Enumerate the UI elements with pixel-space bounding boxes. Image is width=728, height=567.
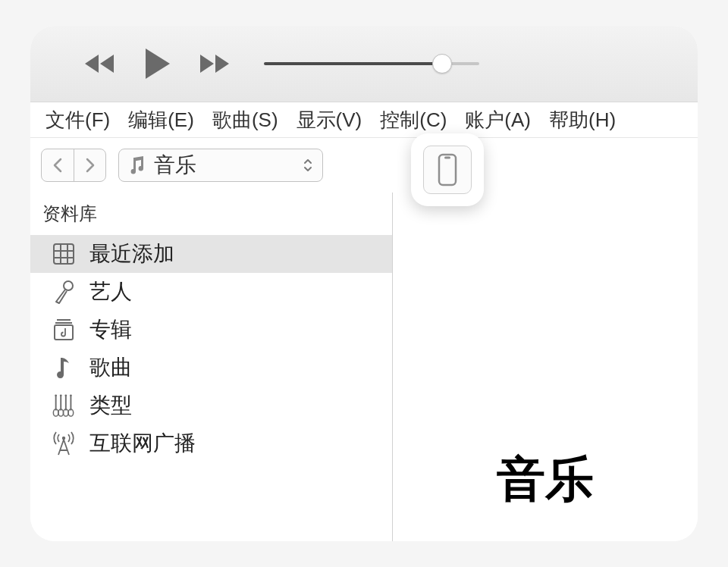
sidebar-item-label: 专辑 xyxy=(89,315,132,344)
svg-point-19 xyxy=(62,437,65,440)
play-button[interactable] xyxy=(143,47,173,80)
grid-icon xyxy=(52,242,76,266)
sidebar-item-songs[interactable]: 歌曲 xyxy=(30,349,392,387)
svg-rect-2 xyxy=(54,244,74,264)
sidebar-item-label: 艺人 xyxy=(89,277,132,306)
sidebar-item-genres[interactable]: 类型 xyxy=(30,387,392,424)
microphone-icon xyxy=(52,280,76,304)
volume-knob-icon[interactable] xyxy=(432,54,452,74)
device-button[interactable] xyxy=(423,146,472,194)
menu-song[interactable]: 歌曲(S) xyxy=(212,107,278,133)
nav-forward-button[interactable] xyxy=(74,149,105,181)
svg-point-17 xyxy=(64,394,67,396)
nav-back-button[interactable] xyxy=(42,149,74,181)
sidebar-item-albums[interactable]: 专辑 xyxy=(30,311,392,349)
svg-rect-10 xyxy=(55,325,73,340)
iphone-icon xyxy=(437,153,458,186)
note-icon xyxy=(128,155,145,175)
rewind-button[interactable] xyxy=(83,52,118,75)
playback-bar xyxy=(30,26,698,102)
svg-point-15 xyxy=(55,394,57,396)
nav-back-forward xyxy=(41,149,106,182)
menu-edit[interactable]: 编辑(E) xyxy=(128,107,194,133)
menu-view[interactable]: 显示(V) xyxy=(297,107,362,133)
guitar-icon xyxy=(52,393,76,418)
fast-forward-button[interactable] xyxy=(197,52,232,75)
chevron-up-down-icon xyxy=(303,157,313,174)
sidebar-section-header: 资料库 xyxy=(30,193,392,235)
svg-point-16 xyxy=(60,394,62,396)
sidebar-item-internet-radio[interactable]: 互联网广播 xyxy=(30,424,392,462)
volume-slider[interactable] xyxy=(264,62,479,65)
sidebar-item-artists[interactable]: 艺人 xyxy=(30,273,392,311)
album-icon xyxy=(52,318,76,342)
toolbar: 音乐 xyxy=(30,138,698,193)
svg-point-18 xyxy=(70,394,72,396)
menu-help[interactable]: 帮助(H) xyxy=(549,107,616,133)
media-picker[interactable]: 音乐 xyxy=(118,149,323,182)
sidebar-item-recently-added[interactable]: 最近添加 xyxy=(30,235,392,273)
svg-rect-0 xyxy=(439,155,456,185)
radio-tower-icon xyxy=(52,431,76,456)
note-icon xyxy=(52,356,76,380)
media-picker-label: 音乐 xyxy=(154,151,196,180)
body-split: 资料库 最近添加 艺人 专辑 xyxy=(30,193,698,541)
svg-point-7 xyxy=(64,281,73,290)
sidebar-item-label: 类型 xyxy=(89,391,132,420)
sidebar-item-label: 互联网广播 xyxy=(89,429,196,458)
menu-control[interactable]: 控制(C) xyxy=(380,107,447,133)
device-button-card xyxy=(411,133,484,206)
main-title: 音乐 xyxy=(497,446,594,512)
sidebar-item-label: 歌曲 xyxy=(89,353,132,382)
menu-file[interactable]: 文件(F) xyxy=(46,107,110,133)
svg-rect-1 xyxy=(444,157,450,159)
main-pane: 音乐 xyxy=(393,193,698,541)
menu-bar: 文件(F) 编辑(E) 歌曲(S) 显示(V) 控制(C) 账户(A) 帮助(H… xyxy=(30,102,698,138)
sidebar: 资料库 最近添加 艺人 专辑 xyxy=(30,193,393,541)
menu-account[interactable]: 账户(A) xyxy=(465,107,531,133)
sidebar-item-label: 最近添加 xyxy=(89,240,174,268)
app-window: 文件(F) 编辑(E) 歌曲(S) 显示(V) 控制(C) 账户(A) 帮助(H… xyxy=(30,26,698,541)
